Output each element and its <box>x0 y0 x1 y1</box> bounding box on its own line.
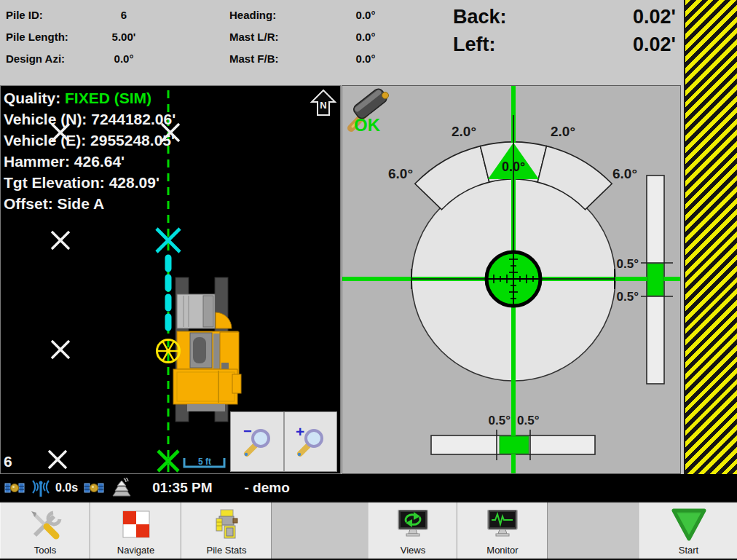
offset-line: Offset: Side A <box>4 195 104 212</box>
tools-label: Tools <box>34 545 56 559</box>
hammer-line: Hammer: 426.64' <box>4 153 125 170</box>
zoom-out-icon: − <box>240 426 274 458</box>
clock-value: 01:35 PM <box>152 480 212 496</box>
fb-lower-label: 0.5° <box>617 290 639 304</box>
project-name: - demo <box>245 480 290 496</box>
satellite-icon <box>84 478 104 498</box>
pile-marker <box>52 232 69 249</box>
arc-label-2-left: 2.0° <box>452 124 476 139</box>
monitor-label: Monitor <box>486 545 518 559</box>
north-label: N <box>320 100 326 111</box>
pile-marker <box>49 451 66 468</box>
navigate-button[interactable]: Navigate <box>90 502 181 559</box>
mast-level-gauge-panel: 0.0° 2.0° 2.0° 6.0° 6.0° 0.5° <box>342 85 681 474</box>
lr-left-label: 0.5° <box>489 414 511 427</box>
pile-stats-icon <box>214 502 239 545</box>
arc-label-6-left: 6.0° <box>388 166 413 181</box>
machine-boom-swing <box>216 312 232 328</box>
pile-length-label: Pile Length: <box>6 31 68 43</box>
scale-bar: 5 ft <box>184 457 224 467</box>
zoom-in-button[interactable]: + <box>285 412 337 471</box>
hammer-ok-label: OK <box>354 115 381 135</box>
mast-fb-value: 0.0° <box>322 52 409 65</box>
tools-button[interactable]: Tools <box>0 502 90 559</box>
left-offset-label: Left: <box>453 33 495 56</box>
scale-label: 5 ft <box>198 457 211 467</box>
pile-stats-label: Pile Stats <box>207 545 247 559</box>
back-offset-value: 0.02' <box>567 6 676 28</box>
mast-lr-label: Mast L/R: <box>229 31 279 43</box>
design-azi-value: 0.0° <box>80 52 168 65</box>
zoom-button-panel: − + <box>230 411 337 472</box>
monitor-icon <box>486 502 519 545</box>
gps-latency-value: 0.0s <box>55 481 78 494</box>
arc-label-6-right: 6.0° <box>612 166 637 181</box>
heading-value: 0.0° <box>322 9 409 21</box>
fb-upper-label: 0.5° <box>617 257 639 271</box>
design-azi-label: Design Azi: <box>6 52 65 65</box>
gauge-canvas: 0.0° 2.0° 2.0° 6.0° 6.0° 0.5° <box>342 86 680 473</box>
zoom-in-icon: + <box>293 426 327 458</box>
left-offset-value: 0.02' <box>567 33 676 56</box>
start-button[interactable]: Start <box>639 502 737 559</box>
heading-label: Heading: <box>229 9 276 21</box>
lr-tilt-indicator <box>500 436 529 454</box>
pile-id-value: 6 <box>80 9 168 21</box>
north-arrow-icon: N <box>312 90 335 115</box>
quality-line: Quality: FIXED (SIM) <box>4 90 151 106</box>
views-label: Views <box>401 545 425 559</box>
machine-deck <box>173 369 237 404</box>
navigate-icon <box>122 502 151 545</box>
monitor-button[interactable]: Monitor <box>457 502 548 559</box>
vehicle-e-line: Vehicle (E): 2955248.05' <box>4 132 175 149</box>
zoom-out-button[interactable]: − <box>231 412 285 471</box>
base-station-icon <box>111 478 133 498</box>
pile-id-label: Pile ID: <box>6 9 43 21</box>
lr-right-label: 0.5° <box>517 414 540 427</box>
tools-icon <box>27 502 63 545</box>
main-toolbar: Tools Navigate Pile Stats <box>0 501 737 560</box>
quality-label: Quality: <box>4 90 65 106</box>
level-bubble <box>486 252 540 306</box>
pile-number-label: 6 <box>4 453 12 470</box>
satellite-icon <box>4 478 25 498</box>
hazard-stripe-bar <box>684 0 737 474</box>
arc-label-2-right: 2.0° <box>551 124 575 139</box>
tgt-elevation-line: Tgt Elevation: 428.09' <box>4 174 159 191</box>
mast-fb-label: Mast F/B: <box>229 52 279 65</box>
navigate-label: Navigate <box>117 545 154 559</box>
mast-lr-value: 0.0° <box>322 31 409 43</box>
svg-text:−: − <box>243 426 252 439</box>
map-plan-view: Quality: FIXED (SIM) Vehicle (N): 724418… <box>0 85 341 474</box>
top-info-bar: Pile ID: 6 Pile Length: 5.00' Design Azi… <box>0 0 682 84</box>
back-offset-label: Back: <box>453 6 507 28</box>
svg-text:+: + <box>296 426 304 440</box>
status-bar: 0.0s 01:35 PM - demo <box>0 474 737 501</box>
views-button[interactable]: Views <box>368 502 457 559</box>
radio-link-icon <box>29 478 52 498</box>
pile-marker <box>52 341 69 358</box>
vehicle-n-line: Vehicle (N): 7244182.06' <box>4 111 176 127</box>
pile-length-value: 5.00' <box>80 31 168 43</box>
machine-graphic <box>173 277 241 422</box>
quality-value: FIXED (SIM) <box>65 90 151 106</box>
fb-tilt-indicator <box>647 264 663 296</box>
views-icon <box>396 502 430 545</box>
hammer-status-icon: OK <box>351 87 389 135</box>
start-icon <box>667 502 711 545</box>
gps-info-block: Quality: FIXED (SIM) Vehicle (N): 724418… <box>4 90 176 212</box>
start-label: Start <box>679 545 698 559</box>
pile-stats-button[interactable]: Pile Stats <box>181 502 272 559</box>
